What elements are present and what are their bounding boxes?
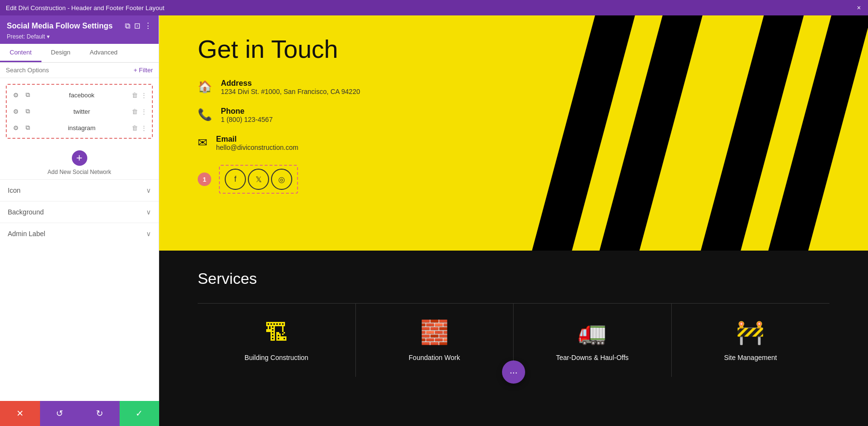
service-name-teardown: Tear-Downs & Haul-Offs [556,354,629,361]
delete-twitter-button[interactable]: 🗑 [132,108,138,115]
phone-value: 1 (800) 123-4567 [221,116,272,123]
service-item-building: 🏗 Building Construction [198,304,356,377]
service-item-management: 🚧 Site Management [672,304,830,377]
chevron-down-icon-icon: ∨ [146,186,151,194]
site-management-icon: 🚧 [736,319,765,346]
teardown-icon: 🚛 [578,319,607,346]
window-title: Edit Divi Construction - Header and Foot… [6,4,164,12]
address-icon: 🏠 [198,80,212,93]
preset-label[interactable]: Preset: Default ▾ [7,33,152,40]
add-network-section: + Add New Social Network [0,145,159,179]
building-construction-icon: 🏗 [265,320,288,346]
title-bar: Edit Divi Construction - Header and Foot… [0,0,868,15]
copy-icon-twitter[interactable]: ⧉ [23,107,32,116]
bottom-toolbar: ✕ ↺ ↻ ✓ [0,401,159,426]
expand-icon[interactable]: ⊡ [134,21,140,30]
more-instagram-button[interactable]: ⋮ [141,124,147,132]
social-item-instagram[interactable]: ⚙ ⧉ instagram 🗑 ⋮ [7,120,152,136]
email-icon: ✉ [198,136,207,149]
accordion-background-header[interactable]: Background ∨ [0,201,159,223]
social-item-facebook[interactable]: ⚙ ⧉ facebook 🗑 ⋮ [7,87,152,103]
more-facebook-button[interactable]: ⋮ [141,92,147,99]
panel-body: + Filter ⚙ ⧉ facebook 🗑 ⋮ [0,63,159,426]
service-item-foundation: 🧱 Foundation Work [356,304,514,377]
save-button[interactable]: ✓ [120,401,160,426]
stripes-decoration [530,15,868,251]
gear-icon-facebook[interactable]: ⚙ [12,91,20,99]
redo-button[interactable]: ↻ [80,401,120,426]
right-content: Get in Touch 🏠 Address 1234 Divi St. #10… [159,15,868,426]
chevron-down-icon-admin: ∨ [146,230,151,238]
undo-button[interactable]: ↺ [40,401,80,426]
yellow-section: Get in Touch 🏠 Address 1234 Divi St. #10… [159,15,868,251]
social-items-container: ⚙ ⧉ facebook 🗑 ⋮ ⚙ ⧉ twitter [6,84,153,139]
copy-icon-instagram[interactable]: ⧉ [23,123,32,132]
facebook-social-button[interactable]: f [225,169,246,190]
panel-title: Social Media Follow Settings [7,22,113,30]
accordion-icon-header[interactable]: Icon ∨ [0,180,159,201]
services-title: Services [198,270,829,288]
service-name-building: Building Construction [244,354,308,361]
add-network-label: Add New Social Network [47,169,111,175]
copy-icon-facebook[interactable]: ⧉ [23,91,32,99]
chevron-down-icon-background: ∨ [146,208,151,216]
instagram-social-button[interactable]: ◎ [271,169,292,190]
accordion-admin-label-text: Admin Label [8,230,45,238]
social-section-badge: 1 [198,173,211,186]
accordion-admin-label-header[interactable]: Admin Label ∨ [0,223,159,244]
address-label: Address [221,79,360,88]
accordion-background-label: Background [8,208,44,216]
delete-instagram-button[interactable]: 🗑 [132,124,138,132]
panel-header-icons: ⧉ ⊡ ⋮ [125,21,152,30]
cancel-button[interactable]: ✕ [0,401,40,426]
address-value: 1234 Divi St. #1000, San Francisco, CA 9… [221,88,360,95]
service-name-management: Site Management [724,354,777,361]
search-input[interactable] [6,67,130,74]
foundation-work-icon: 🧱 [420,319,449,346]
black-section: Services 🏗 Building Construction 🧱 Found… [159,251,868,426]
left-panel: Social Media Follow Settings ⧉ ⊡ ⋮ Prese… [0,15,159,426]
service-item-teardown: 🚛 Tear-Downs & Haul-Offs [514,304,672,377]
social-item-name-facebook: facebook [36,92,128,99]
search-row: + Filter [0,63,159,78]
service-name-foundation: Foundation Work [409,354,460,361]
filter-button[interactable]: + Filter [134,67,153,74]
window-close-button[interactable]: × [855,4,862,11]
gear-icon-instagram[interactable]: ⚙ [12,123,20,132]
more-options-icon[interactable]: ⋮ [144,21,152,30]
gear-icon-twitter[interactable]: ⚙ [12,107,20,116]
twitter-social-button[interactable]: 𝕏 [248,169,269,190]
email-value: hello@diviconstruction.com [216,144,298,151]
panel-header: Social Media Follow Settings ⧉ ⊡ ⋮ Prese… [0,15,159,44]
more-twitter-button[interactable]: ⋮ [141,108,147,115]
tab-content[interactable]: Content [0,44,41,62]
accordion-background: Background ∨ [0,201,159,223]
accordion-icon-label: Icon [8,186,20,194]
tab-design[interactable]: Design [41,44,80,62]
social-item-name-instagram: instagram [36,124,128,132]
add-network-button[interactable]: + [72,150,87,166]
delete-facebook-button[interactable]: 🗑 [132,92,138,99]
tab-advanced[interactable]: Advanced [80,44,127,62]
duplicate-icon[interactable]: ⧉ [125,22,130,30]
phone-label: Phone [221,107,272,116]
social-follow-icons: f 𝕏 ◎ [219,165,298,194]
social-item-name-twitter: twitter [36,108,128,115]
accordion-icon: Icon ∨ [0,179,159,201]
accordion-admin-label: Admin Label ∨ [0,223,159,244]
panel-tabs: Content Design Advanced [0,44,159,63]
email-label: Email [216,135,298,144]
phone-icon: 📞 [198,108,212,121]
social-item-twitter[interactable]: ⚙ ⧉ twitter 🗑 ⋮ [7,103,152,120]
floating-action-button[interactable]: ··· [502,360,525,384]
